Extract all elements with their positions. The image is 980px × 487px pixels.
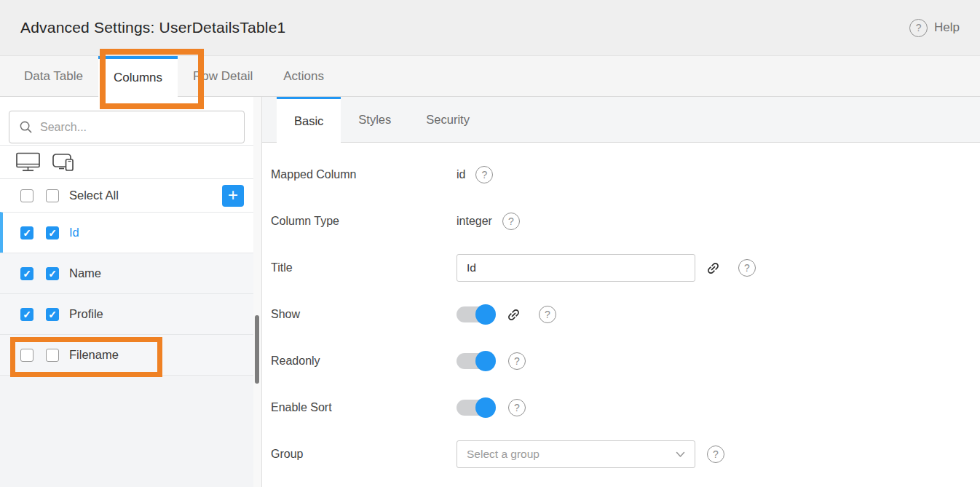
tab-styles[interactable]: Styles xyxy=(341,97,408,142)
add-column-button[interactable]: + xyxy=(222,185,244,207)
enable-sort-help-icon[interactable]: ? xyxy=(508,399,526,416)
sidebar-scrollbar-thumb[interactable] xyxy=(255,315,259,384)
enable-sort-label: Enable Sort xyxy=(271,401,457,414)
filename-mobile-checkbox[interactable] xyxy=(46,349,59,362)
title-row: Title ? xyxy=(271,254,980,282)
select-all-label: Select All xyxy=(69,189,119,202)
column-detail-pane: Basic Styles Security Mapped Column id ?… xyxy=(262,97,980,487)
tab-basic-label: Basic xyxy=(294,114,323,128)
chevron-down-icon xyxy=(676,451,685,458)
basic-settings-form: Mapped Column id ? Column Type integer ? xyxy=(262,143,980,487)
group-help-icon[interactable]: ? xyxy=(707,446,724,463)
readonly-row: Readonly ? xyxy=(271,347,980,375)
filename-desktop-checkbox[interactable] xyxy=(20,349,33,362)
columns-sidebar: Select All + ✓ ✓ Id ✓ ✓ Name ✓ ✓ Profile xyxy=(0,97,253,487)
search-input[interactable] xyxy=(40,121,234,134)
device-columns-row xyxy=(0,145,253,178)
check-icon: ✓ xyxy=(48,227,57,239)
column-type-row: Column Type integer ? xyxy=(271,207,980,235)
readonly-label: Readonly xyxy=(271,355,457,368)
group-label: Group xyxy=(271,448,457,461)
column-row-profile[interactable]: ✓ ✓ Profile xyxy=(0,293,253,334)
tab-row-detail[interactable]: Row Detail xyxy=(178,56,268,96)
header: Advanced Settings: UserDetailsTable1 ? H… xyxy=(0,0,980,56)
tab-actions-label: Actions xyxy=(283,69,324,84)
tab-columns-label: Columns xyxy=(114,71,162,85)
tab-columns[interactable]: Columns xyxy=(98,56,178,97)
toggle-knob xyxy=(475,397,496,418)
column-row-id[interactable]: ✓ ✓ Id xyxy=(0,212,253,253)
mobile-devices-icon[interactable] xyxy=(52,152,75,172)
toggle-knob xyxy=(475,351,496,371)
group-row: Group Select a group ? xyxy=(271,440,980,468)
sidebar-empty-area xyxy=(0,375,253,487)
mapped-column-row: Mapped Column id ? xyxy=(271,161,980,189)
profile-desktop-checkbox[interactable]: ✓ xyxy=(20,308,33,321)
mapped-column-label: Mapped Column xyxy=(271,168,457,181)
search-box xyxy=(9,111,245,143)
column-row-filename-label: Filename xyxy=(69,348,119,362)
select-all-row: Select All + xyxy=(0,178,253,212)
content-area: Select All + ✓ ✓ Id ✓ ✓ Name ✓ ✓ Profile xyxy=(0,97,980,487)
main-tabbar: Data Table Columns Row Detail Actions xyxy=(0,56,980,97)
name-desktop-checkbox[interactable]: ✓ xyxy=(20,267,33,280)
page-title: Advanced Settings: UserDetailsTable1 xyxy=(20,19,285,36)
title-link-binding-icon[interactable] xyxy=(703,257,724,279)
tab-basic[interactable]: Basic xyxy=(277,97,341,143)
title-help-icon[interactable]: ? xyxy=(738,259,756,277)
tab-actions[interactable]: Actions xyxy=(268,56,339,96)
tab-data-table-label: Data Table xyxy=(24,69,83,84)
mapped-column-value: id xyxy=(457,168,465,181)
show-help-icon[interactable]: ? xyxy=(539,306,556,323)
select-all-mobile-checkbox[interactable] xyxy=(46,189,59,202)
help-question-icon: ? xyxy=(909,19,928,37)
readonly-toggle[interactable] xyxy=(457,353,494,369)
group-select[interactable]: Select a group xyxy=(457,440,695,468)
id-desktop-checkbox[interactable]: ✓ xyxy=(20,226,33,239)
tab-security[interactable]: Security xyxy=(408,97,487,142)
desktop-icon[interactable] xyxy=(16,152,41,172)
check-icon: ✓ xyxy=(48,309,57,320)
detail-tabbar: Basic Styles Security xyxy=(262,97,980,143)
column-row-profile-label: Profile xyxy=(69,307,103,321)
check-icon: ✓ xyxy=(23,268,31,280)
tab-security-label: Security xyxy=(426,113,470,127)
show-link-binding-icon[interactable] xyxy=(503,304,525,325)
enable-sort-toggle[interactable] xyxy=(457,400,494,416)
title-label: Title xyxy=(271,261,457,274)
column-row-filename[interactable]: Filename xyxy=(0,334,253,375)
tab-data-table[interactable]: Data Table xyxy=(9,56,98,96)
check-icon: ✓ xyxy=(48,268,57,280)
help-label: Help xyxy=(934,20,960,35)
plus-icon: + xyxy=(228,186,238,204)
show-label: Show xyxy=(271,308,457,321)
tab-row-detail-label: Row Detail xyxy=(193,69,253,84)
readonly-help-icon[interactable]: ? xyxy=(508,352,526,370)
group-select-placeholder: Select a group xyxy=(467,448,676,461)
sidebar-scrollbar-track[interactable] xyxy=(253,97,262,487)
show-row: Show ? xyxy=(271,301,980,328)
name-mobile-checkbox[interactable]: ✓ xyxy=(46,267,59,280)
check-icon: ✓ xyxy=(23,309,31,320)
check-icon: ✓ xyxy=(23,227,31,239)
show-toggle[interactable] xyxy=(457,306,494,322)
title-input[interactable] xyxy=(457,254,695,282)
id-mobile-checkbox[interactable]: ✓ xyxy=(46,226,59,239)
column-row-name[interactable]: ✓ ✓ Name xyxy=(0,253,253,293)
column-type-value: integer xyxy=(457,215,492,228)
advanced-settings-window: Advanced Settings: UserDetailsTable1 ? H… xyxy=(0,0,980,487)
enable-sort-row: Enable Sort ? xyxy=(271,394,980,421)
column-row-name-label: Name xyxy=(69,266,101,280)
column-type-label: Column Type xyxy=(271,215,457,228)
toggle-knob xyxy=(475,304,496,325)
tab-styles-label: Styles xyxy=(358,113,391,127)
search-icon xyxy=(19,120,33,134)
column-row-id-label: Id xyxy=(69,226,79,239)
mapped-column-help-icon[interactable]: ? xyxy=(475,166,493,183)
profile-mobile-checkbox[interactable]: ✓ xyxy=(46,308,59,321)
help-button[interactable]: ? Help xyxy=(909,19,960,37)
select-all-desktop-checkbox[interactable] xyxy=(20,189,33,202)
column-type-help-icon[interactable]: ? xyxy=(502,213,520,230)
